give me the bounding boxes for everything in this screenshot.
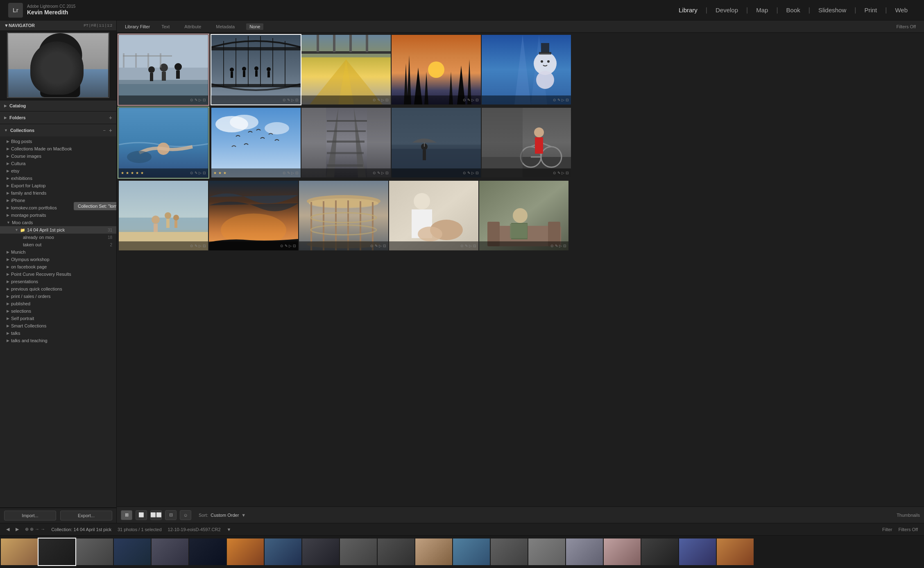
nav-book[interactable]: Book <box>778 3 808 17</box>
photo-underwater[interactable]: ⊙ ✎ ▷ ⊡ <box>482 35 571 105</box>
photo-sunset-dramatic[interactable]: ⊙ ✎ ▷ ⊡ <box>209 181 298 250</box>
collection-montage[interactable]: ▶ montage portraits <box>0 211 116 219</box>
photo-beach-running[interactable]: ⊙ ✎ ▷ ⊡ <box>119 35 208 105</box>
collection-point-curve[interactable]: ▶ Point Curve Recovery Results <box>0 270 116 278</box>
filter-label-status: Filter <box>882 527 892 532</box>
collection-export-laptop[interactable]: ▶ Export for Laptop <box>0 182 116 189</box>
collection-course[interactable]: ▶ Course images <box>0 152 116 160</box>
film-thumb-7[interactable] <box>227 538 264 565</box>
film-thumb-15[interactable] <box>528 538 565 565</box>
import-button[interactable]: Import... <box>4 511 56 520</box>
filter-text[interactable]: Text <box>158 23 173 30</box>
collection-family[interactable]: ▶ family and friends <box>0 189 116 197</box>
photo-doctor[interactable]: ⊙ ✎ ▷ ⊡ <box>389 181 478 250</box>
collection-talks-teaching[interactable]: ▶ talks and teaching <box>0 337 116 344</box>
collection-facebook[interactable]: ▶ on facebook page <box>0 263 116 270</box>
filter-metadata[interactable]: Metadata <box>213 23 238 30</box>
loupe-view-button[interactable]: ⬜ <box>136 510 147 520</box>
collection-taken-out[interactable]: taken out 2 <box>0 241 116 248</box>
collection-previous-quick[interactable]: ▶ previous quick collections <box>0 285 116 293</box>
photo-overlay: ⊙ ✎ ▷ ⊡ <box>301 168 391 177</box>
film-thumb-6[interactable] <box>189 538 226 565</box>
import-export-section: Import... Export... <box>0 508 116 523</box>
film-thumb-19[interactable] <box>679 538 716 565</box>
collections-add-button[interactable]: + <box>109 127 112 134</box>
grid-view-button[interactable]: ⊞ <box>121 510 132 520</box>
photo-birds-sky[interactable]: ★ ★ ★ ⊙ ✎ ▷ ⊡ <box>211 108 301 177</box>
collections-minus[interactable]: − <box>103 128 105 133</box>
sort-dropdown[interactable]: Custom Order <box>211 513 239 518</box>
film-thumb-13[interactable] <box>453 538 490 565</box>
arrow-icon: ▼ <box>7 220 10 225</box>
film-thumb-16[interactable] <box>566 538 603 565</box>
photo-bridge-silhouette[interactable]: ⊙ ✎ ▷ ⊡ <box>211 35 301 105</box>
collections-header[interactable]: ▼ Collections − + <box>0 124 116 136</box>
film-thumb-5[interactable] <box>152 538 188 565</box>
film-thumb-11[interactable] <box>378 538 414 565</box>
navigator-header[interactable]: ▼ Navigator PT | Fill | 1:1 | 1:2 <box>0 20 116 30</box>
collection-published[interactable]: ▶ published <box>0 300 116 307</box>
collection-self-portrait[interactable]: ▶ Self portrait <box>0 315 116 322</box>
photo-person-sea[interactable]: ⊙ ✎ ▷ ⊡ <box>392 108 481 177</box>
photo-swimmer[interactable]: ★ ★ ★ ★ ★ ⊙ ✎ ▷ ⊡ <box>119 108 208 177</box>
film-thumb-12[interactable] <box>415 538 452 565</box>
photo-bicycle-red[interactable]: ⊙ ✎ ▷ ⊡ <box>482 108 571 177</box>
film-thumb-1[interactable] <box>1 538 38 565</box>
nav-print[interactable]: Print <box>856 3 885 17</box>
film-thumb-10[interactable] <box>340 538 377 565</box>
collection-blog-posts[interactable]: ▶ Blog posts <box>0 138 116 145</box>
catalog-header[interactable]: ▶ Catalog <box>0 100 116 111</box>
photo-sunset-spires[interactable]: ⊙ ✎ ▷ ⊡ <box>392 35 481 105</box>
collection-iphone[interactable]: ▶ iPhone <box>0 197 116 204</box>
collection-exhibitions[interactable]: ▶ exhibitions <box>0 175 116 182</box>
collection-already-moo[interactable]: already on moo 18 <box>0 234 116 241</box>
nav-map[interactable]: Map <box>748 3 776 17</box>
collection-moo-cards[interactable]: ▼ Moo cards <box>0 219 116 226</box>
film-thumb-2[interactable] <box>38 538 75 565</box>
film-thumb-8[interactable] <box>265 538 301 565</box>
survey-view-button[interactable]: ⊟ <box>165 510 177 520</box>
folders-add-button[interactable]: + <box>109 114 112 121</box>
collection-talks[interactable]: ▶ talks <box>0 329 116 337</box>
film-thumb-4[interactable] <box>114 538 151 565</box>
svg-rect-85 <box>423 150 426 160</box>
navigator-section: ▼ Navigator PT | Fill | 1:1 | 1:2 <box>0 20 116 100</box>
film-thumb-14[interactable] <box>491 538 528 565</box>
collection-presentations[interactable]: ▶ presentations <box>0 278 116 285</box>
film-thumb-18[interactable] <box>641 538 678 565</box>
nav-develop[interactable]: Develop <box>707 3 746 17</box>
photo-railway[interactable]: ⊙ ✎ ▷ ⊡ <box>301 108 391 177</box>
film-thumb-3[interactable] <box>76 538 113 565</box>
status-nav-prev[interactable]: ◀ <box>6 527 9 532</box>
arrow-icon: ▶ <box>7 316 9 320</box>
nav-library[interactable]: Library <box>670 3 706 17</box>
film-thumb-9[interactable] <box>302 538 339 565</box>
compare-view-button[interactable]: ⬜⬜ <box>150 510 162 520</box>
photo-yellow-road[interactable]: ⊙ ✎ ▷ ⊡ <box>301 35 391 105</box>
arrow-icon: ▶ <box>7 294 9 298</box>
collection-cultura[interactable]: ▶ Cultura <box>0 160 116 167</box>
filter-none[interactable]: None <box>246 23 263 30</box>
collection-april-1st-pick[interactable]: ▼ 📁 14 04 April 1st pick 31 <box>0 226 116 234</box>
folders-header[interactable]: ▶ Folders + <box>0 111 116 124</box>
collection-smart[interactable]: ▶ Smart Collections <box>0 322 116 329</box>
collection-selections[interactable]: ▶ selections <box>0 307 116 315</box>
photo-beach-family[interactable]: ⊙ ✎ ▷ ⊡ <box>119 181 208 250</box>
film-thumb-20[interactable] <box>717 538 754 565</box>
people-view-button[interactable]: ☺ <box>180 510 191 520</box>
photo-soldier-couch[interactable]: ⊙ ✎ ▷ ⊡ <box>479 181 568 250</box>
nav-web[interactable]: Web <box>887 3 916 17</box>
filter-attribute[interactable]: Attribute <box>181 23 204 30</box>
nav-slideshow[interactable]: Slideshow <box>810 3 854 17</box>
collection-etsy[interactable]: ▶ etsy <box>0 167 116 175</box>
film-thumb-17[interactable] <box>604 538 641 565</box>
collection-olympus[interactable]: ▶ Olympus workshop <box>0 256 116 263</box>
collection-print-sales[interactable]: ▶ print / sales / orders <box>0 293 116 300</box>
export-button[interactable]: Export... <box>60 511 112 520</box>
status-nav-next[interactable]: ▶ <box>16 527 19 532</box>
photo-image <box>211 35 301 105</box>
photo-carousel[interactable]: ⊙ ✎ ▷ ⊡ <box>299 181 388 250</box>
collection-munich[interactable]: ▶ Munich <box>0 248 116 256</box>
collection-macbook[interactable]: ▶ Collections Made on MacBook <box>0 145 116 152</box>
collection-lomokev[interactable]: ▶ lomokev.com portfolios Collection Set:… <box>0 204 116 211</box>
